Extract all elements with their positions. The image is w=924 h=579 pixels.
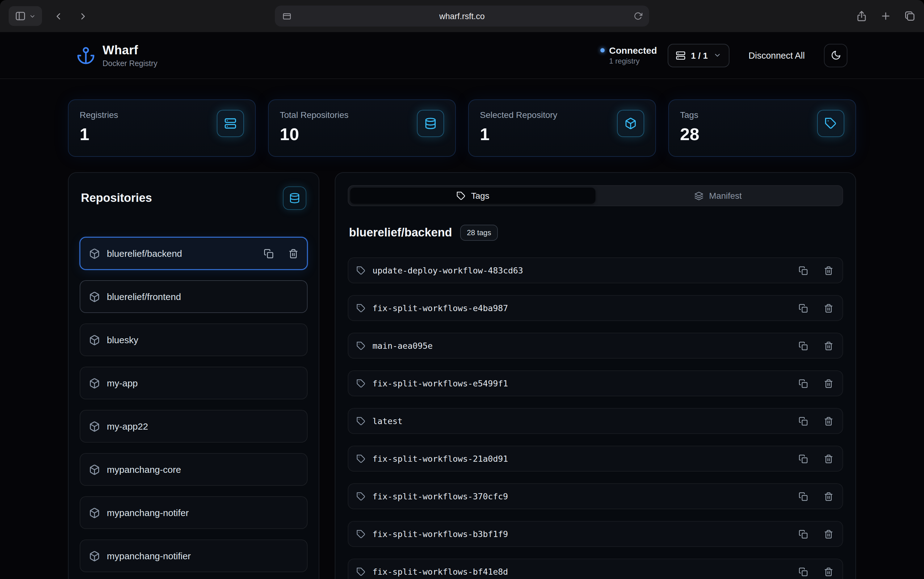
tag-row[interactable]: latest — [348, 408, 843, 434]
copy-icon — [799, 454, 808, 463]
share-button[interactable] — [856, 10, 867, 21]
server-icon — [675, 50, 685, 60]
tab-tags[interactable]: Tags — [350, 188, 595, 204]
server-icon — [217, 110, 244, 137]
browser-back-button[interactable] — [49, 6, 67, 26]
tag-row[interactable]: fix-split-workflows-21a0d91 — [348, 446, 843, 472]
moon-icon — [831, 50, 841, 61]
disconnect-all-button[interactable]: Disconnect All — [740, 44, 813, 67]
trash-icon — [824, 567, 833, 576]
repository-item[interactable]: my-app — [80, 366, 308, 399]
refresh-icon[interactable] — [634, 12, 642, 20]
tag-icon — [356, 416, 365, 425]
tag-name: fix-split-workflows-e5499f1 — [372, 378, 508, 388]
repository-item[interactable]: bluerelief/backend — [80, 237, 308, 270]
repositories-panel: Repositories bluerelief/backend — [68, 172, 319, 579]
registry-selector[interactable]: 1 / 1 — [667, 44, 729, 67]
trash-icon — [824, 416, 833, 425]
repository-item[interactable]: mypanchang-notifer — [80, 496, 308, 529]
copy-tag-button[interactable] — [799, 567, 808, 576]
delete-tag-button[interactable] — [824, 454, 833, 463]
tag-row[interactable]: fix-split-workflows-370cfc9 — [348, 483, 843, 509]
tag-row[interactable]: fix-split-workflows-e4ba987 — [348, 295, 843, 321]
trash-icon — [824, 341, 833, 350]
repository-name: mypanchang-notifier — [107, 551, 191, 561]
delete-tag-button[interactable] — [824, 492, 833, 501]
tag-row[interactable]: fix-split-workflows-b3bf1f9 — [348, 521, 843, 547]
trash-icon — [824, 303, 833, 312]
new-tab-button[interactable] — [880, 10, 891, 21]
repository-item[interactable]: my-app22 — [80, 410, 308, 443]
tag-icon — [356, 303, 365, 312]
repository-item[interactable]: mypanchang-core — [80, 453, 308, 486]
trash-icon — [288, 249, 298, 258]
tag-icon — [817, 110, 844, 137]
package-icon — [89, 248, 100, 259]
copy-icon — [799, 266, 808, 275]
package-icon — [89, 421, 100, 432]
delete-repository-button[interactable] — [288, 249, 298, 258]
connection-label: Connected — [609, 45, 657, 56]
delete-tag-button[interactable] — [824, 529, 833, 538]
delete-tag-button[interactable] — [824, 416, 833, 425]
stat-value: 1 — [80, 125, 118, 144]
tag-icon — [356, 266, 365, 275]
tag-name: fix-split-workflows-e4ba987 — [372, 303, 508, 313]
tag-row[interactable]: update-deploy-workflow-483cd63 — [348, 257, 843, 283]
chevron-right-icon — [77, 11, 88, 21]
trash-icon — [824, 454, 833, 463]
detail-tabs: Tags Manifest — [348, 185, 843, 206]
main-content: Registries 1 Total Repositories 10 Selec… — [68, 100, 856, 579]
delete-tag-button[interactable] — [824, 341, 833, 350]
browser-forward-button[interactable] — [74, 6, 92, 26]
tabs-icon — [904, 10, 915, 21]
tab-manifest[interactable]: Manifest — [595, 188, 840, 204]
copy-tag-button[interactable] — [799, 529, 808, 538]
copy-icon — [799, 303, 808, 312]
repository-name: my-app — [107, 378, 138, 388]
copy-tag-button[interactable] — [799, 303, 808, 312]
repositories-refresh-button[interactable] — [283, 186, 306, 210]
browser-window: wharf.rsft.co Wharf Docker Registry — [0, 0, 924, 579]
browser-sidebar-button[interactable] — [9, 6, 42, 26]
repository-item[interactable]: mypanchang-notifier — [80, 540, 308, 572]
copy-icon — [799, 416, 808, 425]
tag-row[interactable]: main-aea095e — [348, 333, 843, 359]
delete-tag-button[interactable] — [824, 303, 833, 312]
repositories-title: Repositories — [81, 191, 152, 205]
repository-name: my-app22 — [107, 421, 148, 432]
tag-row[interactable]: fix-split-workflows-bf41e8d — [348, 559, 843, 579]
repository-name: bluerelief/frontend — [107, 291, 181, 302]
stat-label: Tags — [680, 110, 699, 120]
copy-icon — [799, 341, 808, 350]
browser-address-bar[interactable]: wharf.rsft.co — [275, 6, 649, 26]
stats-row: Registries 1 Total Repositories 10 Selec… — [68, 100, 856, 157]
copy-tag-button[interactable] — [799, 416, 808, 425]
delete-tag-button[interactable] — [824, 266, 833, 275]
repository-item[interactable]: bluesky — [80, 324, 308, 356]
share-icon — [856, 10, 867, 21]
tag-icon — [356, 379, 365, 388]
tag-name: update-deploy-workflow-483cd63 — [372, 265, 523, 275]
chevron-down-icon — [29, 13, 36, 20]
copy-icon — [799, 567, 808, 576]
package-icon — [89, 378, 100, 389]
delete-tag-button[interactable] — [824, 379, 833, 388]
delete-tag-button[interactable] — [824, 567, 833, 576]
copy-tag-button[interactable] — [799, 492, 808, 501]
copy-tag-button[interactable] — [799, 379, 808, 388]
tab-overview-button[interactable] — [904, 10, 915, 21]
tag-icon — [456, 191, 465, 200]
copy-tag-button[interactable] — [799, 266, 808, 275]
copy-repository-button[interactable] — [264, 249, 274, 258]
copy-tag-button[interactable] — [799, 454, 808, 463]
theme-toggle-button[interactable] — [824, 44, 847, 67]
tag-list: update-deploy-workflow-483cd63 fix-split… — [348, 257, 843, 579]
tag-name: latest — [372, 416, 403, 426]
tag-name: fix-split-workflows-bf41e8d — [372, 567, 508, 577]
app-title: Wharf — [103, 43, 157, 57]
tag-row[interactable]: fix-split-workflows-e5499f1 — [348, 370, 843, 396]
tag-name: fix-split-workflows-21a0d91 — [372, 454, 508, 464]
copy-tag-button[interactable] — [799, 341, 808, 350]
repository-item[interactable]: bluerelief/frontend — [80, 280, 308, 313]
